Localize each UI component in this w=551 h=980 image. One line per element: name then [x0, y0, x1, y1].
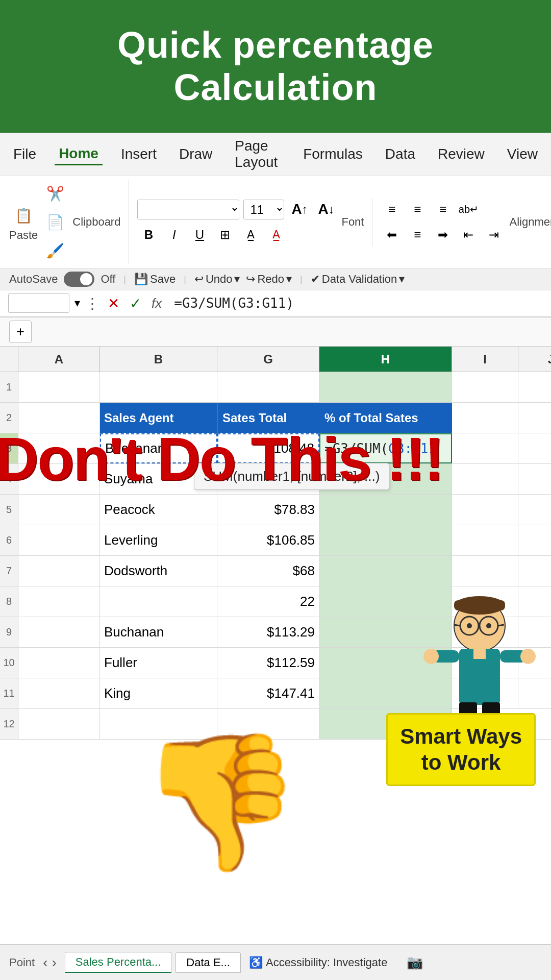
sheet-tab-data[interactable]: Data E...	[176, 952, 241, 973]
cell-G1[interactable]	[217, 372, 319, 402]
menu-view[interactable]: View	[503, 144, 542, 164]
cell-A11[interactable]	[18, 678, 100, 708]
cell-I5[interactable]	[452, 495, 518, 525]
cell-B10[interactable]: Fuller	[100, 648, 217, 678]
align-top-btn[interactable]: ≡	[381, 198, 403, 220]
save-btn[interactable]: 💾 Save	[134, 273, 176, 286]
cell-J4[interactable]	[518, 464, 551, 494]
cell-G6[interactable]: $106.85	[217, 525, 319, 555]
align-bottom-btn[interactable]: ≡	[432, 198, 454, 220]
copy-icon[interactable]: 📄	[42, 209, 68, 235]
cell-G11[interactable]: $147.41	[217, 678, 319, 708]
col-header-G[interactable]: G	[217, 347, 319, 372]
formula-input[interactable]	[170, 293, 543, 313]
redo-btn[interactable]: ↪ Redo ▾	[246, 273, 292, 286]
cell-G5[interactable]: $78.83	[217, 495, 319, 525]
increase-font-btn[interactable]: A↑	[288, 198, 311, 220]
sheet-tab-sales[interactable]: Sales Percenta...	[65, 952, 172, 973]
cell-I4[interactable]	[452, 464, 518, 494]
format-painter-icon[interactable]: 🖌️	[42, 237, 68, 264]
cell-J2[interactable]	[518, 403, 551, 433]
align-right-btn[interactable]: ➡	[432, 224, 454, 246]
bold-btn[interactable]: B	[137, 224, 160, 246]
confirm-formula-btn[interactable]: ✓	[127, 294, 144, 313]
increase-indent-btn[interactable]: ⇥	[483, 224, 505, 246]
fill-color-btn[interactable]: A̲	[239, 224, 262, 246]
menu-draw[interactable]: Draw	[175, 144, 216, 164]
decrease-font-btn[interactable]: A↓	[315, 198, 337, 220]
underline-btn[interactable]: U	[188, 224, 211, 246]
cell-H7[interactable]	[319, 556, 452, 586]
cell-H6[interactable]	[319, 525, 452, 555]
italic-btn[interactable]: I	[163, 224, 185, 246]
cell-G9[interactable]: $113.29	[217, 617, 319, 647]
font-color-btn[interactable]: A̲	[265, 224, 287, 246]
menu-file[interactable]: File	[9, 144, 40, 164]
cell-H1[interactable]	[319, 372, 452, 402]
cell-A10[interactable]	[18, 648, 100, 678]
cell-J7[interactable]	[518, 556, 551, 586]
cut-icon[interactable]: ✂️	[42, 180, 68, 207]
cell-B7[interactable]: Dodsworth	[100, 556, 217, 586]
name-box[interactable]	[8, 293, 69, 313]
align-middle-btn[interactable]: ≡	[406, 198, 429, 220]
cell-A5[interactable]	[18, 495, 100, 525]
wrap-text-btn[interactable]: ab↵	[457, 198, 480, 220]
cell-A1[interactable]	[18, 372, 100, 402]
prev-sheet-btn[interactable]: ‹	[43, 954, 47, 971]
col-header-H[interactable]: H	[319, 347, 452, 372]
cell-B9[interactable]: Buchanan	[100, 617, 217, 647]
next-sheet-btn[interactable]: ›	[52, 954, 56, 971]
align-left-btn[interactable]: ⬅	[381, 224, 403, 246]
font-size-selector[interactable]: 11	[243, 200, 284, 219]
align-center-btn[interactable]: ≡	[406, 224, 429, 246]
cell-G7[interactable]: $68	[217, 556, 319, 586]
cell-A6[interactable]	[18, 525, 100, 555]
cell-B11[interactable]: King	[100, 678, 217, 708]
cell-I1[interactable]	[452, 372, 518, 402]
col-header-I[interactable]: I	[452, 347, 518, 372]
font-name-selector[interactable]	[137, 200, 239, 219]
cell-B5[interactable]: Peacock	[100, 495, 217, 525]
cell-H5[interactable]	[319, 495, 452, 525]
cell-J3[interactable]	[518, 433, 551, 463]
menu-formulas[interactable]: Formulas	[299, 144, 367, 164]
accessibility-btn[interactable]: ♿ Accessibility: Investigate	[249, 956, 387, 969]
cell-I7[interactable]	[452, 556, 518, 586]
menu-home[interactable]: Home	[55, 143, 103, 165]
camera-icon[interactable]: 📷	[402, 949, 428, 976]
border-btn[interactable]: ⊞	[214, 224, 236, 246]
cancel-formula-btn[interactable]: ✕	[105, 294, 122, 313]
cell-A12[interactable]	[18, 709, 100, 739]
cell-I6[interactable]	[452, 525, 518, 555]
formula-bar-menu[interactable]: ⋮	[85, 295, 99, 312]
data-validation-btn[interactable]: ✔ Data Validation ▾	[311, 273, 405, 286]
cell-G8[interactable]: 22	[217, 586, 319, 617]
cell-J1[interactable]	[518, 372, 551, 402]
insert-function-btn[interactable]: fx	[148, 295, 165, 312]
paste-button[interactable]: 📋 Paste	[9, 202, 38, 242]
cell-J5[interactable]	[518, 495, 551, 525]
cell-G10[interactable]: $112.59	[217, 648, 319, 678]
menu-insert[interactable]: Insert	[117, 144, 161, 164]
cell-I2[interactable]	[452, 403, 518, 433]
formula-bar-dropdown[interactable]: ▾	[74, 297, 80, 310]
cell-B8[interactable]	[100, 586, 217, 617]
menu-review[interactable]: Review	[434, 144, 489, 164]
cell-J6[interactable]	[518, 525, 551, 555]
autosave-toggle[interactable]	[64, 272, 94, 287]
col-header-A[interactable]: A	[18, 347, 100, 372]
col-header-J[interactable]: J	[518, 347, 551, 372]
add-sheet-btn[interactable]: +	[9, 321, 32, 343]
cell-A7[interactable]	[18, 556, 100, 586]
undo-btn[interactable]: ↩ Undo ▾	[194, 273, 240, 286]
col-header-B[interactable]: B	[100, 347, 217, 372]
menu-data[interactable]: Data	[381, 144, 419, 164]
cell-A8[interactable]	[18, 586, 100, 617]
cell-A9[interactable]	[18, 617, 100, 647]
cell-I3[interactable]	[452, 433, 518, 463]
cell-B6[interactable]: Leverling	[100, 525, 217, 555]
decrease-indent-btn[interactable]: ⇤	[457, 224, 480, 246]
menu-pagelayout[interactable]: Page Layout	[231, 136, 285, 173]
cell-B1[interactable]	[100, 372, 217, 402]
